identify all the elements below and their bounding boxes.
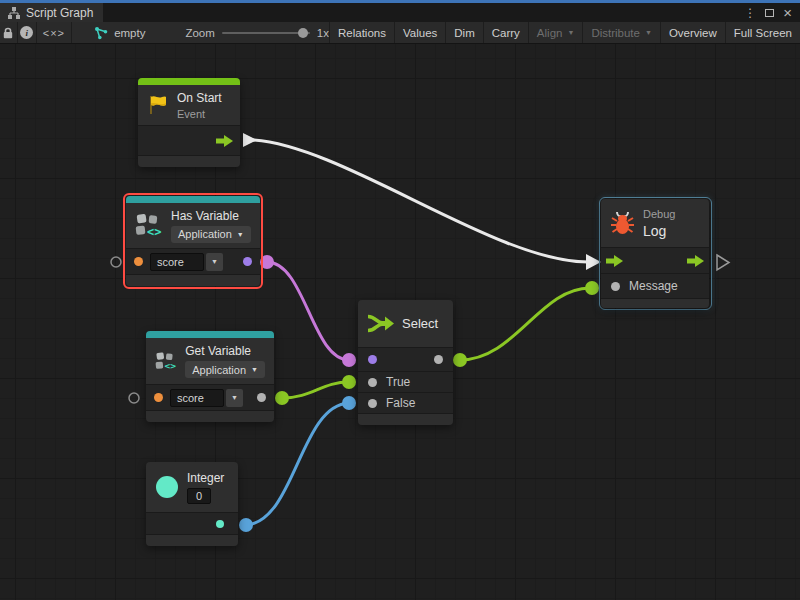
flow-input-port[interactable]: [606, 255, 623, 267]
wire-getvariable-to-select-true[interactable]: [282, 382, 349, 398]
graph-canvas[interactable]: On Start Event: [0, 44, 800, 600]
on-start-node[interactable]: On Start Event: [138, 78, 240, 167]
flow-output-port[interactable]: [216, 135, 233, 147]
get-variable-header[interactable]: <> Get Variable Application ▼: [146, 338, 274, 384]
toolbar-buttons: Relations Values Dim Carry Align▼ Distri…: [329, 22, 800, 43]
fullscreen-label: Full Screen: [734, 27, 792, 39]
has-variable-header[interactable]: <> Has Variable Application ▼: [126, 203, 260, 248]
has-variable-node[interactable]: <> Has Variable Application ▼ score: [126, 196, 260, 286]
node-subtitle: Event: [177, 108, 222, 120]
node-category: Debug: [643, 208, 675, 220]
close-icon[interactable]: ×: [783, 5, 792, 20]
wire-select-to-log-message[interactable]: [460, 288, 590, 360]
bug-icon: [610, 211, 635, 236]
select-false-row: False: [358, 392, 453, 413]
variable-name-dropdown[interactable]: score: [150, 253, 204, 271]
event-color-bar: [138, 78, 240, 85]
variable-scope-dropdown[interactable]: Application ▼: [185, 361, 265, 378]
select-header[interactable]: Select: [358, 300, 453, 347]
variable-name-input-port[interactable]: [154, 393, 163, 402]
node-title: Integer: [187, 471, 224, 485]
select-condition-input-port[interactable]: [368, 355, 377, 364]
lock-button[interactable]: [0, 22, 18, 43]
wire-onstart-to-log[interactable]: [253, 140, 588, 262]
overview-button[interactable]: Overview: [660, 22, 725, 43]
carry-label: Carry: [492, 27, 520, 39]
select-true-row: True: [358, 371, 453, 392]
debug-log-selection: Debug Log Message: [599, 197, 712, 310]
wire-cap: [239, 518, 253, 532]
zoom-slider-track: [222, 32, 310, 34]
select-node[interactable]: Select True False: [358, 300, 453, 425]
debug-log-node[interactable]: Debug Log Message: [601, 199, 709, 308]
variable-name-dropdown-button[interactable]: ▼: [206, 253, 223, 271]
wire-hasvariable-to-select[interactable]: [267, 262, 349, 360]
unconnected-input-port[interactable]: [111, 257, 121, 267]
lock-icon: [2, 26, 14, 40]
tab-title: Script Graph: [26, 6, 93, 20]
has-variable-output-port[interactable]: [243, 257, 252, 266]
scope-value: Application: [178, 228, 232, 240]
integer-output-row: [146, 512, 238, 534]
get-variable-output-port[interactable]: [257, 393, 266, 402]
select-false-input-port[interactable]: [368, 399, 377, 408]
on-start-flow-row: [138, 125, 240, 155]
window-menu-icon[interactable]: ⋮: [744, 7, 756, 19]
relations-button[interactable]: Relations: [329, 22, 394, 43]
node-footer: [601, 298, 709, 308]
tab-script-graph[interactable]: Script Graph: [0, 3, 103, 22]
distribute-label: Distribute: [591, 27, 640, 39]
integer-output-port[interactable]: [216, 520, 224, 528]
integer-value-input[interactable]: 0: [187, 488, 211, 504]
wire-cap: [585, 281, 599, 295]
variable-name-dropdown[interactable]: score: [170, 389, 224, 407]
relations-label: Relations: [338, 27, 386, 39]
select-icon: [367, 312, 394, 335]
flag-icon: [147, 94, 169, 116]
fullscreen-button[interactable]: Full Screen: [725, 22, 800, 43]
integer-icon: [155, 475, 179, 499]
integer-header[interactable]: Integer 0: [146, 462, 238, 512]
variable-scope-dropdown[interactable]: Application ▼: [171, 226, 251, 243]
select-output-port[interactable]: [434, 355, 443, 364]
values-button[interactable]: Values: [394, 22, 445, 43]
distribute-button[interactable]: Distribute▼: [582, 22, 660, 43]
node-footer: [146, 410, 274, 422]
info-button[interactable]: i: [18, 22, 37, 43]
zoom-slider-knob[interactable]: [298, 28, 308, 38]
code-icon: <×>: [43, 27, 65, 39]
graph-tab-icon: [7, 7, 21, 19]
debug-log-header[interactable]: Debug Log: [601, 199, 709, 247]
scope-value: Application: [192, 364, 246, 376]
chevron-down-icon: ▼: [237, 231, 244, 238]
carry-button[interactable]: Carry: [483, 22, 528, 43]
wire-cap: [342, 375, 356, 389]
has-variable-ports-row: score ▼: [126, 248, 260, 274]
script-graph-window: Script Graph ⋮ × i <×> e: [0, 0, 800, 600]
node-title: Select: [402, 316, 438, 331]
toolbar: i <×> empty Zoom 1x Relations Values: [0, 22, 800, 44]
unconnected-input-port[interactable]: [129, 393, 139, 403]
integer-node[interactable]: Integer 0: [146, 462, 238, 546]
zoom-control: Zoom 1x: [185, 22, 329, 43]
wire-cap: [453, 353, 467, 367]
variable-name-input-port[interactable]: [134, 257, 143, 266]
get-variable-node[interactable]: <> Get Variable Application ▼ score ▼: [146, 331, 274, 422]
unconnected-flow-output-port[interactable]: [717, 255, 729, 270]
graph-icon: [94, 26, 108, 40]
zoom-slider[interactable]: [222, 26, 310, 40]
node-title: Log: [643, 223, 675, 239]
graph-name-label: empty: [114, 27, 145, 39]
code-view-button[interactable]: <×>: [37, 22, 73, 43]
align-button[interactable]: Align▼: [528, 22, 583, 43]
maximize-icon[interactable]: [765, 9, 774, 17]
dim-button[interactable]: Dim: [445, 22, 482, 43]
tab-bar: Script Graph ⋮ ×: [0, 3, 800, 22]
variable-name-value: score: [157, 256, 184, 268]
on-start-header[interactable]: On Start Event: [138, 85, 240, 125]
select-true-input-port[interactable]: [368, 378, 377, 387]
flow-output-port[interactable]: [687, 255, 704, 267]
message-input-port[interactable]: [611, 282, 620, 291]
graph-reference[interactable]: empty: [94, 22, 145, 43]
variable-name-dropdown-button[interactable]: ▼: [226, 389, 243, 407]
